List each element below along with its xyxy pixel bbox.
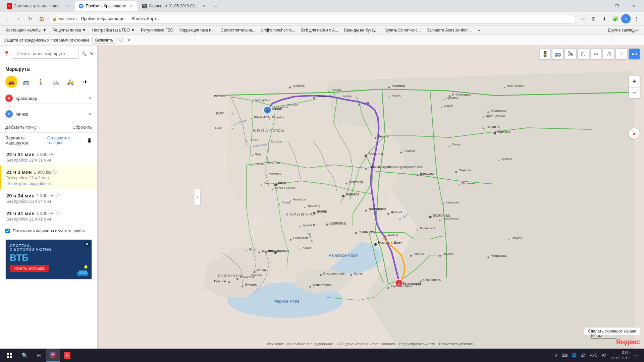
bookmark-item[interactable]: Самостоятельна... [218, 26, 258, 34]
satellite-button[interactable]: 🛰 [565, 48, 576, 60]
bookmark-item[interactable]: Инстанции жалобы ▼ [3, 26, 49, 34]
attribution-disable-branding[interactable]: Отключить рекламное брендирование [267, 342, 333, 346]
window-restore[interactable]: ❐ [609, 1, 625, 11]
route1-time: 22 ч 31 мин [6, 152, 35, 157]
route-option-2[interactable]: 21 ч 3 мин 1 900 км ⓘ Без пробок: 21 ч 3… [0, 166, 97, 189]
route2-info[interactable]: ⓘ [53, 169, 57, 175]
security-close-icon[interactable]: ✕ [127, 38, 130, 43]
scale-bar: 100 км [590, 334, 617, 339]
svg-point-59 [387, 213, 389, 215]
compass-button[interactable]: ▲ [629, 128, 640, 139]
svg-point-177 [246, 250, 247, 252]
zoom-in-button[interactable]: + [629, 76, 640, 87]
transport-walk[interactable]: 🚶 [35, 76, 47, 88]
more-button[interactable]: ≡ [616, 48, 627, 60]
tab-3[interactable]: 📷 Скриншот 31-05-2019 02:... × [138, 1, 211, 11]
taskbar-yandex-btn[interactable]: Я [60, 349, 74, 362]
route4-no-traffic: Без пробок: 21 ч 41 мин [6, 217, 92, 222]
bookmark-star[interactable]: ☆ [578, 14, 588, 23]
extensions-btn[interactable]: 🧩 [610, 14, 620, 23]
window-minimize[interactable]: — [592, 1, 608, 11]
tab-2[interactable]: М Пробки в Краснодаре × [75, 1, 137, 11]
menu-btn[interactable]: ⋮ [632, 14, 641, 23]
transport-car[interactable]: 🚗 [5, 76, 17, 88]
layers-button[interactable]: ⬡ [578, 48, 589, 60]
tray-volume[interactable]: 🔊 [579, 352, 587, 358]
search-input[interactable] [13, 49, 79, 59]
start-button[interactable] [1, 349, 17, 362]
home-button[interactable]: 🏠 [37, 14, 46, 23]
bookmark-item[interactable]: Купить Сплит-сис... [382, 26, 423, 34]
add-point-link[interactable]: Добавить точку [5, 125, 37, 130]
bookmark-item[interactable]: Бренды на букву... [341, 26, 381, 34]
bookmark-item[interactable]: Запчасти Asus zenfoni... [424, 26, 475, 34]
tab1-close[interactable]: × [65, 3, 70, 9]
taskbar-task-view[interactable]: ⊞ [32, 349, 46, 362]
window-close[interactable]: ✕ [626, 1, 641, 11]
other-bookmarks[interactable]: Другие закладки [605, 26, 641, 34]
tray-show-desktop[interactable]: ▭ [634, 352, 640, 358]
enable-protection-button[interactable]: Включить [92, 37, 116, 44]
send-to-phone[interactable]: Отправить в телефон 📱 [47, 136, 92, 145]
transport-plane[interactable]: ✈ [79, 76, 91, 88]
bookmarks-more[interactable]: » [475, 26, 483, 34]
draw-button[interactable]: ✏ [590, 48, 602, 60]
transport-bus[interactable]: 🚌 [20, 76, 32, 88]
svg-text:Бухарест: Бухарест [245, 283, 259, 286]
profile-btn[interactable]: А [621, 14, 631, 23]
back-button[interactable]: ‹ [3, 14, 12, 23]
new-tab-button[interactable]: + [211, 2, 221, 11]
downloads-btn[interactable]: ⬇ [600, 14, 609, 23]
tray-network[interactable]: 🌐 [570, 352, 578, 358]
forward-button[interactable]: › [14, 14, 23, 23]
ad-cta-button[interactable]: УЗНАТЬ БОЛЬШЕ [10, 265, 49, 272]
attribution-yandex[interactable]: © Яндекс Условия использования [337, 342, 395, 346]
reset-link[interactable]: Сбросить [72, 125, 92, 130]
zoom-out-button[interactable]: − [629, 87, 640, 99]
svg-text:Плоешти: Плоешти [240, 275, 254, 279]
print-button[interactable]: 🖨 [603, 48, 614, 60]
reload-button[interactable]: ↻ [25, 14, 35, 23]
bookmark-item[interactable]: Регулировка ГБО [138, 26, 176, 34]
route4-info[interactable]: ⓘ [56, 210, 60, 216]
taskbar-search-btn[interactable]: 🔍 [18, 349, 32, 362]
map-area[interactable]: ‹ [97, 46, 644, 349]
transport-scooter[interactable]: 🛵 [64, 76, 76, 88]
tab3-close[interactable]: × [201, 3, 207, 9]
user-avatar[interactable]: АЛ [629, 48, 640, 60]
history-btn[interactable]: ⊞ [589, 14, 598, 23]
tray-chevron[interactable]: ∧ [553, 352, 559, 358]
bookmark-item[interactable]: Настройка газа ГБО ▼ [90, 26, 138, 34]
bookmark-item[interactable]: Коррекция газа п... [177, 26, 217, 34]
route3-info[interactable]: ⓘ [56, 193, 60, 198]
route-option-3[interactable]: 20 ч 34 мин 1 800 км ⓘ Без пробок: 20 ч … [0, 189, 97, 207]
bookmark-item[interactable]: Всё для пайки с А... [299, 26, 341, 34]
lock-icon: 🔒 [52, 16, 57, 21]
tab2-close[interactable]: × [128, 3, 133, 9]
search-close[interactable]: ✕ [90, 51, 94, 57]
attribution-place-ad[interactable]: Разместить рекламу [439, 342, 474, 346]
waypoint-a-clear[interactable]: ✕ [88, 96, 92, 101]
tray-language[interactable]: РУС [588, 352, 599, 358]
waypoint-b-clear[interactable]: ✕ [88, 111, 92, 117]
address-bar[interactable]: 🔒 yandex.ru Пробки в Краснодаре — Яндекс… [48, 14, 576, 23]
tray-keyboard[interactable]: ⌨ [560, 352, 569, 358]
transport-bike[interactable]: 🚲 [50, 76, 62, 88]
taskbar-browser-btn[interactable]: Y [46, 349, 60, 362]
bookmark-item[interactable]: Рецепты плова ▼ [50, 26, 89, 34]
collapse-sidebar-button[interactable]: ‹ [195, 189, 201, 205]
bookmark-item[interactable]: projham:echolink... [259, 26, 298, 34]
traffic-layers-button[interactable]: 🚦 [539, 48, 551, 60]
tray-ai[interactable]: Ai [600, 352, 607, 358]
ad-close-button[interactable]: ✕ [84, 241, 90, 247]
route-option-1[interactable]: 22 ч 31 мин 1 900 км Без пробок: 22 ч 31… [0, 148, 97, 166]
route-option-4[interactable]: 21 ч 41 мин 1 900 км ⓘ Без пробок: 21 ч … [0, 207, 97, 225]
show-traffic-checkbox[interactable] [5, 229, 10, 233]
security-info-icon[interactable]: ⓘ [119, 37, 123, 43]
route2-details[interactable]: Посмотреть подробнее [6, 181, 92, 186]
tray-clock[interactable]: 3:00 31.05.2019 [608, 350, 632, 361]
tab-1[interactable]: Я Замена впускного колле... × [3, 1, 74, 11]
search-button[interactable]: 🔍 [82, 51, 87, 56]
transport-map-button[interactable]: 🚌 [552, 48, 564, 60]
attribution-edit-map[interactable]: Редактировать карту [399, 342, 435, 346]
